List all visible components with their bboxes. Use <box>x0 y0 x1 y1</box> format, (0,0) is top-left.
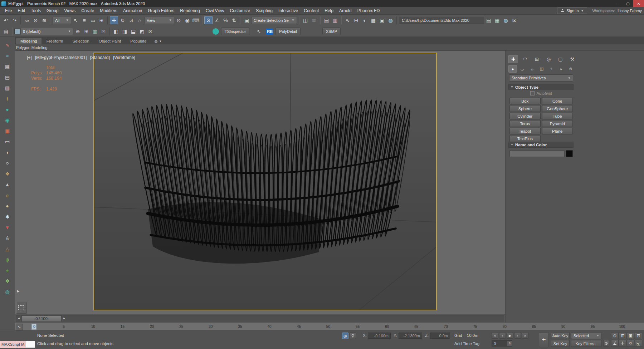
bind-to-space-warp-icon[interactable]: ≋ <box>40 16 48 24</box>
z-coord-field[interactable]: 0.0m <box>430 333 450 339</box>
cone-tool-icon[interactable]: ▲ <box>4 181 11 188</box>
y-coord-field[interactable]: -2.1309m <box>399 333 422 339</box>
menu-modifiers[interactable]: Modifiers <box>97 8 120 14</box>
track-bar[interactable]: ∿ 05101520253035404550556065707580859095… <box>15 323 644 331</box>
viewport-menu-shading[interactable]: [Wireframe] <box>113 55 135 60</box>
selection-lock-toggle-icon[interactable]: ⚲ <box>350 333 356 339</box>
x-coord-field[interactable]: -0.160m <box>368 333 391 339</box>
edit-named-selection-sets-icon[interactable]: ▣ <box>243 16 251 24</box>
percent-snap-icon[interactable]: % <box>221 16 230 24</box>
rectangular-selection-region-icon[interactable]: ▭ <box>89 16 97 24</box>
tree-tool-icon[interactable]: ♠ <box>4 266 11 274</box>
menu-file[interactable]: File <box>2 8 15 14</box>
sphere-tool-icon[interactable]: ● <box>4 105 11 113</box>
reference-coordinate-dropdown[interactable]: View▼ <box>144 17 174 24</box>
display-tab-icon[interactable]: ▢ <box>556 55 565 63</box>
add-time-tag[interactable]: Add Time Tag <box>454 341 479 346</box>
selection-filter-dropdown[interactable]: All▼ <box>53 17 71 24</box>
camera-viewport[interactable] <box>93 53 437 310</box>
frame-spinner-icon[interactable]: ⇅ <box>507 341 512 346</box>
scene-explorer-toggle-icon[interactable]: ▤ <box>2 27 10 35</box>
menu-rendering[interactable]: Rendering <box>177 8 203 14</box>
plugin-icon-3[interactable]: ⬓ <box>129 27 137 35</box>
feedback-icon[interactable]: ✉ <box>510 16 518 24</box>
select-and-place-icon[interactable]: ⌂ <box>136 16 144 24</box>
menu-scripting[interactable]: Scripting <box>253 8 275 14</box>
wave-tool-icon[interactable]: ≈ <box>4 52 11 60</box>
select-and-rotate-icon[interactable]: ↻ <box>118 16 127 24</box>
menu-phoenix-fd[interactable]: Phoenix FD <box>355 8 383 14</box>
menu-views[interactable]: Views <box>61 8 78 14</box>
tab-object-paint[interactable]: Object Paint <box>94 38 126 44</box>
category-dropdown[interactable]: Standard Primitives▼ <box>509 74 573 82</box>
close-button[interactable]: ✕ <box>633 0 644 7</box>
grid-tool-c-icon[interactable]: ▥ <box>4 84 11 92</box>
plugin-icon-5[interactable]: ⊠ <box>146 27 155 35</box>
plugin-icon-2[interactable]: ◨ <box>121 27 129 35</box>
cone-button[interactable]: Cone <box>542 98 573 104</box>
zoom-all-icon[interactable]: ⊞ <box>619 332 626 339</box>
geosphere-button[interactable]: GeoSphere <box>542 105 573 112</box>
minimize-button[interactable]: – <box>612 0 623 7</box>
toolbar-flyout-arrow[interactable]: ▶ <box>16 288 21 294</box>
schematic-view-icon[interactable]: ⊟ <box>352 16 360 24</box>
add-selection-to-layer-icon[interactable]: ⊞ <box>82 27 91 35</box>
window-crossing-icon[interactable]: ⊞ <box>97 16 106 24</box>
arnold-render-icon[interactable]: ◍ <box>502 16 510 24</box>
project-folder-icon[interactable]: ▤ <box>484 16 493 24</box>
grid-tool-b-icon[interactable]: ▤ <box>4 73 11 81</box>
teapot-button[interactable]: Teapot <box>509 128 541 134</box>
menu-interactive[interactable]: Interactive <box>275 8 301 14</box>
use-pivot-point-center-icon[interactable]: ⊙ <box>175 16 183 24</box>
zoom-icon[interactable]: ⊕ <box>611 332 619 339</box>
snow-tool-icon[interactable]: ✱ <box>4 213 11 221</box>
picker-arrow-icon[interactable]: ↖ <box>255 27 263 35</box>
set-current-layer-icon[interactable]: ⊡ <box>99 27 108 35</box>
create-new-layer-icon[interactable]: ⊕ <box>74 27 82 35</box>
field-of-view-icon[interactable]: ∠ <box>611 340 619 347</box>
object-name-field[interactable] <box>509 151 565 157</box>
select-objects-in-layer-icon[interactable]: ▥ <box>91 27 99 35</box>
modify-tab-icon[interactable]: ◠ <box>520 55 530 63</box>
maxscript-mini-listener[interactable]: MAXScript Mi <box>0 341 26 348</box>
menu-civil-view[interactable]: Civil View <box>203 8 227 14</box>
grid-tool-a-icon[interactable]: ▦ <box>4 63 11 70</box>
menu-customize[interactable]: Customize <box>227 8 253 14</box>
cameras-category-icon[interactable]: ◫ <box>537 65 546 73</box>
systems-category-icon[interactable]: ⊛ <box>566 65 575 73</box>
object-type-rollout-header[interactable]: ▼ Object Type <box>508 84 574 90</box>
menu-arnold[interactable]: Arnold <box>336 8 355 14</box>
time-slider-track[interactable]: ◄ 0 / 100 ► <box>16 315 504 322</box>
fan-tool-icon[interactable]: ❖ <box>4 170 11 178</box>
layer-dropdown[interactable]: 0 (default)▼ <box>20 28 73 35</box>
named-selection-dropdown[interactable]: Create Selection Se▼ <box>251 17 297 24</box>
select-object-icon[interactable]: ↖ <box>72 16 80 24</box>
mini-curve-editor-button[interactable]: ∿ <box>16 324 23 330</box>
zoom-extents-icon[interactable]: ▣ <box>627 332 634 339</box>
sun-tool-icon[interactable]: ☼ <box>4 191 11 199</box>
grass-tool-icon[interactable]: ψ <box>4 256 11 264</box>
next-frame-button[interactable]: › <box>514 332 521 339</box>
sign-in-button[interactable]: Sign In ▼ <box>557 8 587 14</box>
space-warps-category-icon[interactable]: ≈ <box>557 65 565 73</box>
ball-tool-icon[interactable]: ○ <box>4 159 11 167</box>
toggle-layer-explorer-icon[interactable]: ▥ <box>331 16 339 24</box>
plane-button[interactable]: Plane <box>542 128 573 134</box>
menu-create[interactable]: Create <box>78 8 97 14</box>
sphere-button[interactable]: Sphere <box>509 105 541 112</box>
lights-category-icon[interactable]: ☼ <box>528 65 536 73</box>
pan-view-icon[interactable]: ✛ <box>619 340 626 347</box>
utilities-tab-icon[interactable]: ⚒ <box>567 55 577 63</box>
swirl-tool-icon[interactable]: ◉ <box>4 116 11 124</box>
time-configuration-button[interactable]: ⊙ <box>603 340 609 346</box>
hierarchy-tab-icon[interactable]: ⊞ <box>532 55 542 63</box>
toggle-scene-explorer-icon[interactable]: ▤ <box>322 16 331 24</box>
plugin-icon-4[interactable]: ◩ <box>138 27 146 35</box>
cubes-tool-icon[interactable]: ▣ <box>4 127 11 135</box>
selected-key-filter-dropdown[interactable]: Selected▼ <box>571 332 602 339</box>
go-to-end-button[interactable]: » <box>522 332 528 339</box>
go-to-start-button[interactable]: « <box>492 332 498 339</box>
workspaces-selector[interactable]: Workspaces: Hosny Fahmy <box>592 8 642 13</box>
next-frame-arrow-icon[interactable]: ► <box>62 316 67 321</box>
plane-tool-icon[interactable]: ▭ <box>4 138 11 146</box>
